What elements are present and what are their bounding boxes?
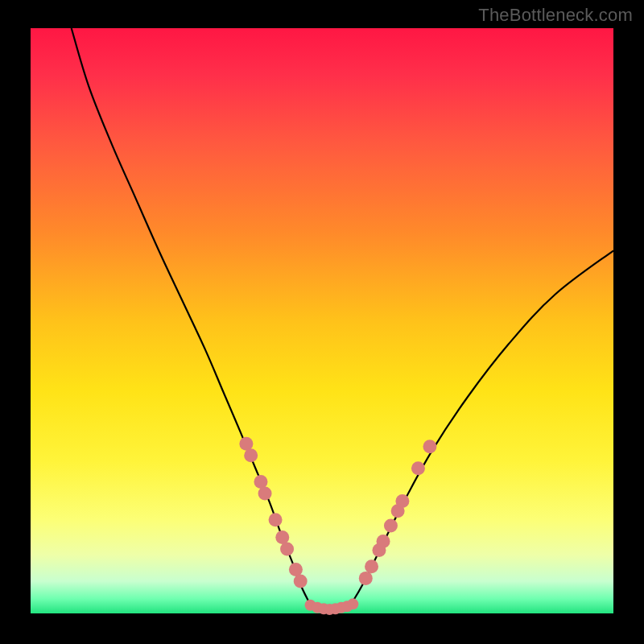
marker-dot — [359, 572, 373, 585]
watermark-text: TheBottleneck.com — [478, 5, 633, 26]
marker-dot — [411, 461, 425, 475]
marker-dot — [377, 535, 390, 548]
marker-dot — [365, 559, 378, 573]
marker-dot — [275, 530, 289, 544]
chart-viewport: TheBottleneck.com — [0, 0, 644, 644]
chart-svg — [0, 0, 644, 644]
marker-dot — [384, 518, 398, 532]
marker-dot — [347, 598, 358, 609]
marker-dot — [239, 437, 253, 451]
marker-dot — [289, 563, 303, 576]
marker-dot — [294, 575, 308, 588]
marker-dot — [280, 543, 294, 556]
marker-dot — [423, 440, 436, 453]
marker-dot — [258, 486, 272, 500]
marker-dot — [395, 494, 409, 508]
plot-background — [31, 28, 613, 613]
marker-dot — [269, 513, 283, 526]
marker-dot — [244, 448, 258, 462]
marker-dot — [254, 475, 267, 489]
